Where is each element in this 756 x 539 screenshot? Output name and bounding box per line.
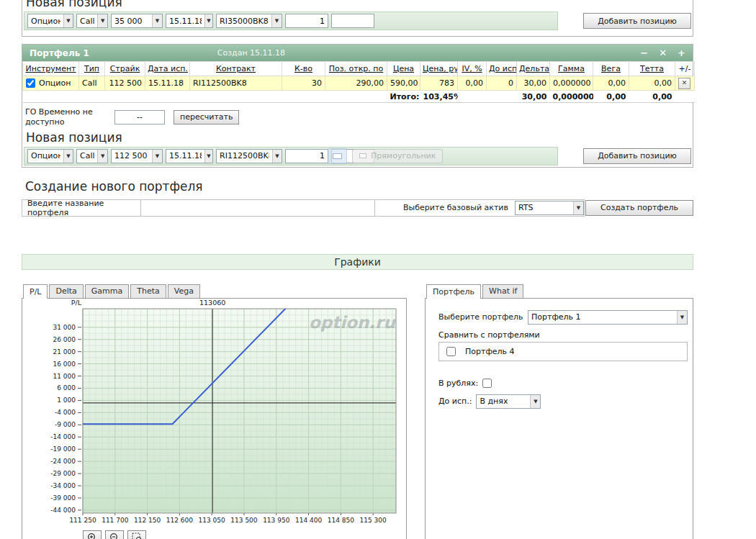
expiry-select[interactable]: 15.11.18M ▼: [166, 14, 213, 28]
dropdown-arrow-icon: ▼: [573, 201, 583, 214]
zoom-toolbar: [83, 530, 406, 539]
svg-text:-4 000: -4 000: [55, 409, 76, 416]
cell-iv: 0,00: [458, 76, 487, 91]
recalculate-button[interactable]: пересчитать: [174, 110, 239, 124]
contract-select[interactable]: RI112500BK8 ▼: [216, 149, 282, 163]
portfolio-panel-body: Выберите портфель Портфель 1 ▼ Сравнить …: [425, 298, 693, 539]
svg-text:-44 000: -44 000: [50, 506, 76, 513]
col-header-price-rub[interactable]: Цена, руб.: [420, 62, 458, 76]
col-header-days-to-exp[interactable]: До исп.: [487, 62, 517, 76]
quantity-input[interactable]: [285, 14, 328, 28]
close-icon[interactable]: ✕: [659, 48, 667, 58]
instrument-select[interactable]: Опцион ▼: [27, 149, 73, 163]
portfolio-name-input[interactable]: [141, 200, 375, 216]
rectangle-tool-button[interactable]: [328, 148, 347, 164]
quantity-input[interactable]: [285, 149, 328, 163]
position-checkbox[interactable]: [26, 78, 35, 88]
cell-delta: 30,00: [517, 76, 550, 91]
tab-gamma[interactable]: Gamma: [85, 284, 129, 298]
add-position-button[interactable]: Добавить позицию: [583, 148, 691, 164]
instrument-select[interactable]: Опцион ▼: [27, 14, 73, 28]
right-panel-tabs: Портфель What if: [426, 284, 693, 298]
to-expiry-select-value: В днях: [480, 397, 508, 406]
zoom-select-button[interactable]: [127, 530, 146, 539]
option-type-select[interactable]: Call ▼: [76, 149, 108, 163]
col-header-iv[interactable]: IV, %: [458, 62, 487, 76]
totals-gamma: 0,000000: [550, 91, 593, 103]
svg-text:113 500: 113 500: [230, 517, 257, 524]
contract-select[interactable]: RI35000BK8 ▼: [216, 14, 282, 28]
tab-theta[interactable]: Theta: [130, 284, 166, 298]
rectangle-icon: [333, 153, 342, 159]
col-header-open-price[interactable]: Поз. откр. по: [325, 62, 387, 76]
tab-pl[interactable]: P/L: [23, 284, 48, 299]
svg-text:1 000: 1 000: [57, 397, 76, 404]
svg-text:113060: 113060: [199, 299, 225, 307]
go-value-input[interactable]: [114, 110, 165, 124]
cell-days-to-exp: 0: [487, 76, 517, 91]
cell-instrument: Опцион: [39, 78, 71, 88]
charts-section-title: Графики: [334, 256, 381, 268]
col-header-vega[interactable]: Вега: [593, 62, 629, 76]
compare-portfolio-checkbox[interactable]: [446, 347, 456, 356]
svg-text:-29 000: -29 000: [50, 470, 76, 477]
go-row: ГО Временно не доступно пересчитать: [22, 103, 693, 129]
tab-vega[interactable]: Vega: [168, 284, 200, 298]
col-header-theta[interactable]: Тетта: [629, 62, 675, 76]
rubles-label: В рублях:: [438, 379, 478, 388]
col-header-expiry[interactable]: Дата исп.: [145, 62, 190, 76]
go-label-line1: ГО Временно не: [25, 107, 93, 117]
zoom-out-button[interactable]: [105, 530, 124, 539]
svg-text:16 000: 16 000: [53, 360, 76, 367]
pl-chart-box: 111 250111 700112 150112 600113 050113 5…: [22, 298, 407, 539]
tab-delta[interactable]: Delta: [49, 284, 83, 298]
rubles-checkbox[interactable]: [482, 379, 492, 388]
cell-quantity: 30: [282, 76, 325, 91]
totals-vega: 0,00: [593, 91, 629, 103]
svg-text:113 950: 113 950: [263, 517, 289, 524]
dropdown-arrow-icon: ▼: [152, 150, 162, 163]
cell-type: Call: [79, 76, 105, 91]
create-portfolio-section: Создание нового портфеля Введите названи…: [22, 178, 693, 217]
tab-portfolio[interactable]: Портфель: [426, 284, 481, 299]
col-header-type[interactable]: Тип: [79, 62, 105, 76]
create-portfolio-button[interactable]: Создать портфель: [585, 200, 693, 216]
tab-what-if[interactable]: What if: [482, 284, 523, 298]
add-position-button[interactable]: Добавить позицию: [583, 13, 691, 29]
chart-tabs: P/L Delta Gamma Theta Vega: [23, 284, 407, 298]
delete-position-button[interactable]: ✕: [678, 78, 690, 89]
strike-select[interactable]: 35 000 ▼: [111, 14, 163, 28]
dropdown-arrow-icon: ▼: [152, 14, 162, 27]
window-controls: − ✕ +: [640, 48, 685, 58]
portfolio-select[interactable]: Портфель 1 ▼: [528, 310, 688, 325]
svg-text:-14 000: -14 000: [50, 433, 76, 440]
col-header-strike[interactable]: Страйк: [105, 62, 145, 76]
svg-text:111 700: 111 700: [102, 517, 128, 524]
col-header-price[interactable]: Цена: [387, 62, 420, 76]
expiry-select[interactable]: 15.11.18M ▼: [166, 149, 213, 163]
instrument-select-value: Опцион: [31, 17, 60, 26]
totals-row: Итого: 103,45% 30,00 0,000000 0,00 0,00: [23, 91, 695, 103]
col-header-gamma[interactable]: Гамма: [550, 62, 593, 76]
create-portfolio-form: Введите название портфеля Выберите базов…: [22, 199, 585, 217]
price-input[interactable]: [331, 14, 374, 28]
base-asset-select[interactable]: RTS ▼: [515, 201, 584, 215]
svg-text:114 850: 114 850: [328, 517, 354, 524]
col-header-delta[interactable]: Дельта: [517, 62, 550, 76]
add-icon[interactable]: +: [678, 48, 685, 58]
col-header-quantity[interactable]: К-во: [282, 62, 325, 76]
col-header-contract[interactable]: Контракт: [190, 62, 282, 76]
new-position-row: Опцион ▼ Call ▼ 112 500 ▼ 15.11.18M ▼ RI…: [22, 147, 693, 166]
to-expiry-select[interactable]: В днях ▼: [476, 394, 541, 409]
cell-vega: 0,00: [593, 76, 629, 91]
col-header-instrument[interactable]: Инструмент: [23, 62, 79, 76]
strike-select[interactable]: 112 500 ▼: [111, 149, 163, 163]
portfolio-name-label: Введите название портфеля: [22, 200, 141, 216]
new-position-heading: Новая позиция: [22, 129, 693, 146]
create-portfolio-heading: Создание нового портфеля: [22, 178, 693, 195]
option-type-select[interactable]: Call ▼: [76, 14, 108, 28]
minimize-icon[interactable]: −: [640, 48, 648, 58]
zoom-in-button[interactable]: [83, 530, 102, 539]
svg-text:114 400: 114 400: [295, 517, 322, 524]
select-portfolio-label: Выберите портфель: [438, 312, 528, 322]
